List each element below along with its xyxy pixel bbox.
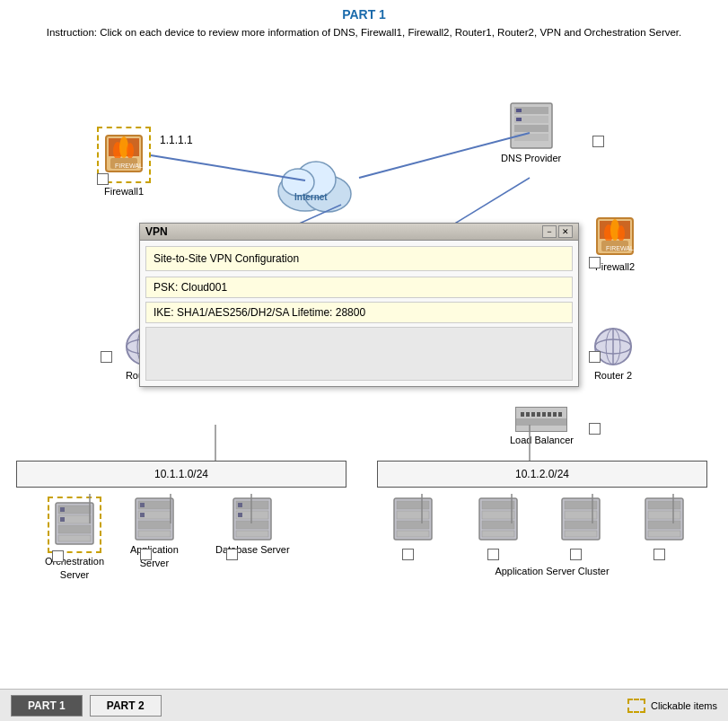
cluster-server4-icon xyxy=(642,497,687,541)
bottom-nav: PART 1 PART 2 Clickable items xyxy=(0,689,728,721)
svg-text:FIREWALL: FIREWALL xyxy=(115,163,146,169)
firewall2-checkbox[interactable] xyxy=(589,257,601,268)
right-subnet-label: 10.1.2.0/24 xyxy=(515,468,569,480)
diagram: 1.1.1.1 FIREWALL Firewall1 xyxy=(0,48,728,622)
vpn-section-title: Site-to-Site VPN Configuration xyxy=(145,246,573,271)
right-subnet-box: 10.1.2.0/24 xyxy=(377,461,707,488)
svg-rect-76 xyxy=(482,521,514,529)
svg-rect-30 xyxy=(516,109,522,112)
svg-rect-57 xyxy=(138,521,171,529)
app-server1-checkbox[interactable] xyxy=(140,549,152,560)
svg-rect-31 xyxy=(516,118,522,121)
firewall2-icon: FIREWALL xyxy=(592,214,637,259)
svg-rect-75 xyxy=(482,511,514,519)
dns-provider-device[interactable]: DNS Provider xyxy=(501,101,561,164)
svg-rect-80 xyxy=(565,511,597,519)
svg-point-36 xyxy=(618,225,625,242)
app-cluster-label: Application Server Cluster xyxy=(440,566,664,576)
lb-checkbox[interactable] xyxy=(589,423,601,435)
dns-label: DNS Provider xyxy=(501,152,561,164)
svg-rect-74 xyxy=(482,501,514,509)
svg-rect-86 xyxy=(648,521,680,529)
svg-rect-81 xyxy=(565,521,597,529)
svg-rect-29 xyxy=(514,134,548,141)
load-balancer-label: Load Balancer xyxy=(510,434,574,446)
vpn-psk: PSK: Cloud001 xyxy=(145,277,573,298)
router2-label: Router 2 xyxy=(594,369,632,382)
cluster-server2-checkbox[interactable] xyxy=(487,549,499,560)
cluster-server4-checkbox[interactable] xyxy=(653,549,665,560)
database-server-icon xyxy=(230,497,275,541)
firewall1-checkbox[interactable] xyxy=(97,173,109,185)
svg-text:FIREWALL: FIREWALL xyxy=(606,245,637,251)
svg-rect-87 xyxy=(648,531,680,537)
svg-rect-59 xyxy=(140,503,145,507)
router2-checkbox[interactable] xyxy=(589,351,601,363)
page-title: PART 1 xyxy=(0,0,728,22)
svg-rect-28 xyxy=(514,125,548,132)
left-subnet-box: 10.1.1.0/24 xyxy=(16,461,346,488)
svg-rect-52 xyxy=(60,507,65,512)
router1-checkbox[interactable] xyxy=(101,351,112,363)
firewall1-icon: FIREWALL xyxy=(101,131,146,176)
orchestration-server-icon xyxy=(52,501,97,546)
firewall1-device[interactable]: FIREWALL Firewall1 xyxy=(97,127,151,198)
vpn-ike: IKE: SHA1/AES256/DH2/SA Lifetime: 28800 xyxy=(145,302,573,323)
legend-text: Clickable items xyxy=(651,700,717,711)
vpn-window-controls: − ✕ xyxy=(542,225,573,238)
svg-line-3 xyxy=(449,178,530,227)
app-server1-label: ApplicationServer xyxy=(130,543,179,569)
cluster-server4-device[interactable] xyxy=(642,497,687,541)
vpn-close-btn[interactable]: ✕ xyxy=(558,225,573,238)
svg-rect-71 xyxy=(397,521,429,529)
vpn-body: Site-to-Site VPN Configuration PSK: Clou… xyxy=(140,241,578,386)
svg-rect-64 xyxy=(236,521,268,529)
instruction: Instruction: Click on each device to rev… xyxy=(0,22,728,44)
cloud-icon: Internet xyxy=(269,151,368,214)
svg-rect-67 xyxy=(238,513,242,517)
cluster-server3-checkbox[interactable] xyxy=(570,549,582,560)
clickable-items-legend: Clickable items xyxy=(627,699,717,713)
vpn-titlebar: VPN − ✕ xyxy=(140,224,578,241)
svg-rect-50 xyxy=(58,525,91,533)
cluster-server2-icon xyxy=(476,497,521,541)
database-server-checkbox[interactable] xyxy=(226,549,238,560)
ip-label-firewall1: 1.1.1.1 xyxy=(160,134,193,146)
app-server1-device[interactable]: ApplicationServer xyxy=(130,497,179,569)
svg-rect-77 xyxy=(482,531,514,537)
orchestration-server-checkbox[interactable] xyxy=(52,550,64,562)
svg-rect-65 xyxy=(236,531,268,537)
svg-rect-84 xyxy=(648,501,680,509)
cluster-server1-device[interactable] xyxy=(390,497,435,541)
firewall1-label: Firewall1 xyxy=(104,185,144,198)
part2-button[interactable]: PART 2 xyxy=(90,695,162,717)
firewall2-label: Firewall2 xyxy=(595,260,635,273)
vpn-minimize-btn[interactable]: − xyxy=(542,225,557,238)
svg-rect-53 xyxy=(60,517,65,522)
internet-cloud[interactable]: Internet xyxy=(269,151,368,216)
svg-rect-79 xyxy=(565,501,597,509)
vpn-modal: VPN − ✕ Site-to-Site VPN Configuration P… xyxy=(139,223,579,387)
cluster-server3-icon xyxy=(558,497,603,541)
app-server1-icon xyxy=(132,497,177,541)
svg-rect-82 xyxy=(565,531,597,537)
dns-checkbox[interactable] xyxy=(592,136,604,147)
cluster-server3-device[interactable] xyxy=(558,497,603,541)
orchestration-server-device[interactable]: OrchestrationServer xyxy=(45,497,104,581)
svg-rect-70 xyxy=(397,511,429,519)
cluster-server1-checkbox[interactable] xyxy=(402,549,414,560)
database-server-device[interactable]: Database Server xyxy=(215,497,290,556)
svg-text:Internet: Internet xyxy=(294,192,328,202)
dns-server-icon xyxy=(507,101,556,150)
vpn-empty-area xyxy=(145,327,573,381)
legend-dashed-border xyxy=(627,699,645,713)
svg-rect-51 xyxy=(58,535,91,541)
vpn-title: VPN xyxy=(145,225,168,238)
svg-rect-85 xyxy=(648,511,680,519)
svg-point-17 xyxy=(127,143,134,159)
part1-button[interactable]: PART 1 xyxy=(11,695,83,717)
cluster-server2-device[interactable] xyxy=(476,497,521,541)
load-balancer-device[interactable]: Load Balancer xyxy=(510,407,574,446)
svg-rect-69 xyxy=(397,501,429,509)
cluster-server1-icon xyxy=(390,497,435,541)
